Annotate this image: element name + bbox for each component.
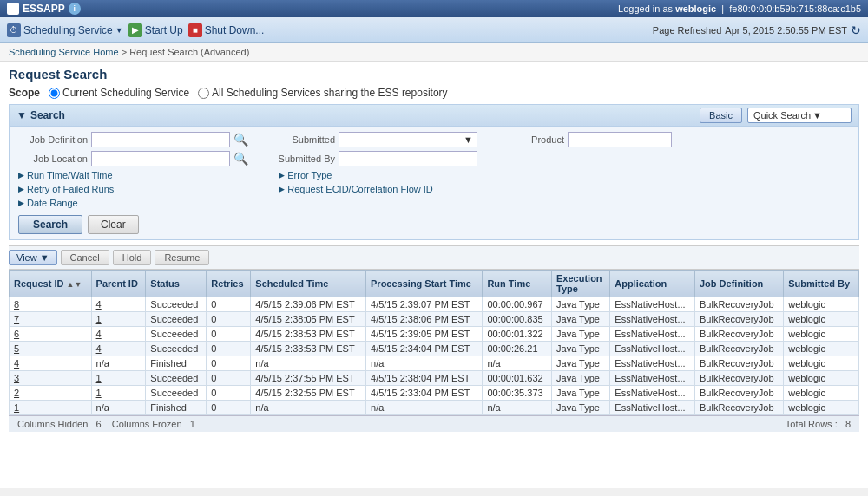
expand-ecid[interactable]: ▶ Request ECID/Correlation Flow ID bbox=[279, 184, 433, 194]
col-job-definition[interactable]: Job Definition bbox=[695, 271, 784, 297]
table-cell: 4/5/15 2:39:05 PM EST bbox=[366, 327, 483, 342]
table-cell: n/a bbox=[91, 356, 146, 371]
table-row: 54Succeeded04/5/15 2:33:53 PM EST4/5/15 … bbox=[10, 342, 859, 356]
collapse-arrow[interactable]: ▼ bbox=[16, 109, 27, 121]
table-cell[interactable]: 1 bbox=[91, 386, 146, 401]
table-cell[interactable]: 5 bbox=[10, 342, 92, 356]
top-header: ESSAPP i Logged in as weblogic | fe80:0:… bbox=[0, 0, 868, 17]
table-cell: Java Type bbox=[552, 386, 610, 401]
col-parent-id[interactable]: Parent ID bbox=[91, 271, 146, 297]
search-panel: ▼ Search Basic Quick Search ▼ Job Defini… bbox=[9, 104, 859, 240]
table-cell: 0 bbox=[207, 297, 251, 312]
table-cell: 00:00:26.21 bbox=[483, 342, 552, 356]
resume-button[interactable]: Resume bbox=[155, 250, 209, 265]
table-cell[interactable]: 4 bbox=[10, 356, 92, 371]
expand-date-range[interactable]: ▶ Date Range bbox=[18, 198, 114, 208]
job-definition-group: Job Definition 🔍 bbox=[18, 132, 248, 147]
scope-option1[interactable]: Current Scheduling Service bbox=[49, 87, 189, 99]
expand-retry[interactable]: ▶ Retry of Failed Runs bbox=[18, 184, 114, 194]
scope-radio1[interactable] bbox=[49, 88, 60, 99]
view-button[interactable]: View ▼ bbox=[9, 250, 57, 265]
clear-button[interactable]: Clear bbox=[88, 215, 139, 234]
nav-startup[interactable]: ▶ Start Up bbox=[128, 23, 183, 37]
page-title: Request Search bbox=[9, 67, 859, 82]
quick-search-dropdown[interactable]: Quick Search ▼ bbox=[747, 108, 852, 123]
table-header: Request ID ▲▼ Parent ID Status Retries S… bbox=[10, 271, 859, 297]
search-button[interactable]: Search bbox=[18, 215, 82, 234]
col-request-id[interactable]: Request ID ▲▼ bbox=[10, 271, 92, 297]
scope-option2[interactable]: All Scheduling Services sharing the ESS … bbox=[198, 87, 447, 99]
table-row: 71Succeeded04/5/15 2:38:05 PM EST4/5/15 … bbox=[10, 312, 859, 327]
expand-run-time[interactable]: ▶ Run Time/Wait Time bbox=[18, 170, 114, 180]
table-cell[interactable]: 7 bbox=[10, 312, 92, 327]
table-cell: n/a bbox=[483, 401, 552, 415]
product-input[interactable] bbox=[568, 132, 672, 147]
scope-radio2[interactable] bbox=[198, 88, 209, 99]
col-scheduled-time[interactable]: Scheduled Time bbox=[251, 271, 366, 297]
cancel-button[interactable]: Cancel bbox=[61, 250, 109, 265]
table-row: 31Succeeded04/5/15 2:37:55 PM EST4/5/15 … bbox=[10, 371, 859, 386]
nav-shutdown-label: Shut Down... bbox=[205, 24, 265, 36]
table-cell[interactable]: 8 bbox=[10, 297, 92, 312]
table-cell: Java Type bbox=[552, 371, 610, 386]
submitted-dropdown[interactable]: ▼ bbox=[339, 132, 477, 147]
app-title-text: ESSAPP bbox=[23, 3, 65, 15]
table-cell: 4/5/15 2:33:53 PM EST bbox=[251, 342, 366, 356]
table-cell[interactable]: 1 bbox=[91, 371, 146, 386]
table-cell[interactable]: 2 bbox=[10, 386, 92, 401]
columns-frozen-value: 1 bbox=[190, 419, 195, 429]
table-cell[interactable]: 3 bbox=[10, 371, 92, 386]
expand-retry-label: Retry of Failed Runs bbox=[27, 184, 114, 194]
table-cell: Succeeded bbox=[146, 371, 207, 386]
table-cell[interactable]: 6 bbox=[10, 327, 92, 342]
refresh-icon[interactable]: ↻ bbox=[851, 23, 861, 37]
table-cell[interactable]: 4 bbox=[91, 327, 146, 342]
footer-right: Total Rows : 8 bbox=[786, 419, 851, 429]
quick-search-label: Quick Search bbox=[753, 110, 811, 121]
table-cell: n/a bbox=[251, 401, 366, 415]
expand-error-type-label: Error Type bbox=[287, 170, 332, 180]
col-status[interactable]: Status bbox=[146, 271, 207, 297]
table-cell[interactable]: 1 bbox=[91, 312, 146, 327]
hold-button[interactable]: Hold bbox=[113, 250, 152, 265]
table-cell[interactable]: 1 bbox=[10, 401, 92, 415]
table-cell: 4/5/15 2:38:05 PM EST bbox=[251, 312, 366, 327]
info-icon[interactable]: i bbox=[69, 3, 81, 15]
table-cell[interactable]: 4 bbox=[91, 297, 146, 312]
breadcrumb-home[interactable]: Scheduling Service Home bbox=[9, 47, 119, 57]
table-cell: 4/5/15 2:34:04 PM EST bbox=[366, 342, 483, 356]
table-cell: n/a bbox=[483, 356, 552, 371]
app-title: ESSAPP i bbox=[7, 3, 81, 15]
table-cell: 0 bbox=[207, 386, 251, 401]
nav-startup-label: Start Up bbox=[145, 24, 183, 36]
footer-left: Columns Hidden 6 Columns Frozen 1 bbox=[17, 419, 195, 429]
job-definition-search-icon[interactable]: 🔍 bbox=[233, 133, 248, 147]
shutdown-icon: ■ bbox=[188, 23, 202, 37]
nav-dropdown-arrow: ▼ bbox=[115, 26, 123, 35]
job-location-search-icon[interactable]: 🔍 bbox=[233, 152, 248, 166]
nav-scheduling-service[interactable]: ⏱ Scheduling Service ▼ bbox=[7, 23, 123, 37]
table-cell[interactable]: 4 bbox=[91, 342, 146, 356]
columns-hidden-value: 6 bbox=[96, 419, 102, 429]
col-processing-start-time[interactable]: Processing Start Time bbox=[366, 271, 483, 297]
col-retries[interactable]: Retries bbox=[207, 271, 251, 297]
submitted-by-input[interactable] bbox=[339, 151, 477, 166]
nav-shutdown[interactable]: ■ Shut Down... bbox=[188, 23, 265, 37]
basic-button[interactable]: Basic bbox=[700, 108, 742, 123]
machine-id: fe80:0:0:0:b59b:715:88ca:c1b5 bbox=[729, 3, 861, 14]
nav-left: ⏱ Scheduling Service ▼ ▶ Start Up ■ Shut… bbox=[7, 23, 264, 37]
job-definition-input[interactable] bbox=[91, 132, 230, 147]
col-submitted-by[interactable]: Submitted By bbox=[784, 271, 859, 297]
col-execution-type[interactable]: ExecutionType bbox=[552, 271, 610, 297]
table-cell: BulkRecoveryJob bbox=[695, 401, 784, 415]
expand-error-type[interactable]: ▶ Error Type bbox=[279, 170, 433, 180]
col-application[interactable]: Application bbox=[610, 271, 695, 297]
expand-run-time-label: Run Time/Wait Time bbox=[27, 170, 113, 180]
table-cell: 00:00:01.322 bbox=[483, 327, 552, 342]
job-location-label: Job Location bbox=[18, 153, 88, 164]
col-run-time[interactable]: Run Time bbox=[483, 271, 552, 297]
page-refreshed-time: Apr 5, 2015 2:50:55 PM EST bbox=[725, 25, 847, 36]
job-location-input[interactable] bbox=[91, 151, 230, 166]
page-refreshed-label: Page Refreshed bbox=[653, 25, 722, 36]
search-panel-title: ▼ Search bbox=[16, 109, 65, 121]
